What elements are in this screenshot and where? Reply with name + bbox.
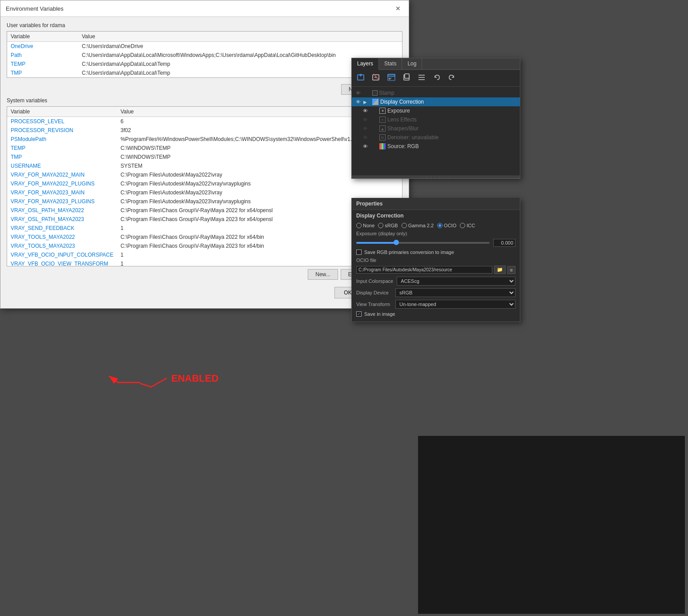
- table-row[interactable]: PROCESSOR_REVISION3f02: [7, 126, 402, 135]
- properties-panel: Properties Display Correction None sRGB …: [351, 198, 520, 322]
- list-item[interactable]: 👁 ☀ Exposure: [359, 106, 520, 115]
- display-device-select[interactable]: sRGB: [395, 288, 515, 297]
- annotation-arrow2: [140, 378, 167, 387]
- radio-ocio[interactable]: OCIO: [437, 223, 456, 228]
- table-row[interactable]: VRAY_FOR_MAYA2022_PLUGINSC:\Program File…: [7, 179, 402, 188]
- list-item[interactable]: 👁 D Denoiser: unavailable: [359, 133, 520, 142]
- radio-none[interactable]: None: [356, 223, 374, 228]
- exposure-label-row: Exposure (display only): [352, 229, 520, 238]
- var-cell: TEMP: [7, 60, 78, 68]
- ocio-file-label: OCIO file: [356, 258, 383, 263]
- radio-icc[interactable]: ICC: [460, 223, 475, 228]
- table-row[interactable]: VRAY_SEND_FEEDBACK1: [7, 224, 402, 233]
- radio-label-gamma: Gamma 2.2: [408, 223, 434, 228]
- exposure-value-input[interactable]: [493, 239, 515, 247]
- expand-arrow-icon[interactable]: ▶: [363, 100, 370, 105]
- layer-copy-button[interactable]: [400, 72, 413, 85]
- list-item[interactable]: 👁 + Lens Effects: [359, 115, 520, 124]
- eye-icon[interactable]: 👁: [362, 107, 369, 114]
- table-row[interactable]: TEMPC:\WINDOWS\TEMP: [7, 144, 402, 153]
- eye-icon[interactable]: 👁: [362, 116, 369, 123]
- radio-dot-none[interactable]: [356, 223, 362, 228]
- table-row[interactable]: TMPC:\Users\rdama\AppData\Local\Temp: [7, 68, 402, 77]
- close-button[interactable]: ✕: [393, 4, 403, 13]
- user-var-header: Variable: [7, 32, 78, 42]
- table-row[interactable]: VRAY_VFB_OCIO_VIEW_TRANSFORM1: [7, 259, 402, 266]
- slider-thumb[interactable]: [394, 240, 399, 245]
- eye-icon[interactable]: 👁: [362, 125, 369, 132]
- table-row[interactable]: USERNAMESYSTEM: [7, 161, 402, 170]
- input-colorspace-select[interactable]: ACEScg: [397, 277, 515, 286]
- table-row[interactable]: VRAY_TOOLS_MAYA2022C:\Program Files\Chao…: [7, 233, 402, 242]
- layer-list-button[interactable]: [415, 72, 428, 85]
- ocio-browse-button[interactable]: 📁: [494, 266, 506, 274]
- user-vars-table-container: Variable Value OneDriveC:\Users\rdama\On…: [7, 31, 402, 78]
- var-cell: VRAY_FOR_MAYA2022_MAIN: [7, 170, 117, 179]
- tab-stats[interactable]: Stats: [379, 58, 402, 69]
- add-layer-icon: [357, 73, 365, 81]
- layer-undo-button[interactable]: [430, 72, 443, 85]
- list-item[interactable]: 👁 Stamp: [352, 89, 520, 97]
- ocio-path-input[interactable]: [356, 266, 492, 274]
- table-row[interactable]: VRAY_FOR_MAYA2023_MAINC:\Program Files\A…: [7, 188, 402, 197]
- table-row[interactable]: PathC:\Users\rdama\AppData\Local\Microso…: [7, 51, 402, 60]
- table-row[interactable]: PSModulePath%ProgramFiles%\WindowsPowerS…: [7, 135, 402, 144]
- radio-dot-srgb[interactable]: [378, 223, 383, 228]
- table-row[interactable]: VRAY_FOR_MAYA2022_MAINC:\Program Files\A…: [7, 170, 402, 179]
- radio-srgb[interactable]: sRGB: [378, 223, 398, 228]
- system-section-label: System variables: [7, 97, 402, 104]
- view-transform-select[interactable]: Un-tone-mapped: [395, 300, 515, 309]
- eye-icon[interactable]: 👁: [362, 134, 369, 141]
- resize-handle[interactable]: · · · · · · ·: [352, 176, 520, 178]
- svg-rect-8: [388, 74, 395, 76]
- radio-dot-gamma[interactable]: [402, 223, 407, 228]
- list-item[interactable]: 👁 ▲ Sharpen/Blur: [359, 124, 520, 133]
- var-cell: VRAY_VFB_OCIO_INPUT_COLORSPACE: [7, 250, 117, 259]
- val-cell: C:\Program Files\Autodesk\Maya2023\vray: [117, 188, 402, 197]
- save-in-image-checkbox[interactable]: [356, 311, 362, 317]
- exposure-slider-track[interactable]: [356, 242, 490, 244]
- radio-dot-icc[interactable]: [460, 223, 465, 228]
- eye-icon[interactable]: 👁: [354, 98, 362, 105]
- layer-settings-button[interactable]: [385, 72, 398, 85]
- eye-icon[interactable]: 👁: [354, 89, 362, 97]
- eye-icon[interactable]: 👁: [362, 143, 369, 150]
- remove-layer-icon: [372, 73, 380, 81]
- list-item[interactable]: 👁 ▶ Display Correction: [352, 97, 520, 106]
- table-row[interactable]: VRAY_OSL_PATH_MAYA2023C:\Program Files\C…: [7, 215, 402, 224]
- radio-label-none: None: [363, 223, 374, 228]
- layer-checkbox[interactable]: [372, 90, 378, 96]
- radio-dot-ocio[interactable]: [437, 223, 443, 228]
- system-new-button[interactable]: New...: [308, 269, 338, 280]
- radio-gamma[interactable]: Gamma 2.2: [402, 223, 434, 228]
- table-row[interactable]: OneDriveC:\Users\rdama\OneDrive: [7, 42, 402, 51]
- view-transform-row: View Transform Un-tone-mapped: [352, 298, 520, 310]
- add-layer-button[interactable]: [354, 72, 368, 85]
- var-cell: Path: [7, 51, 78, 60]
- layer-name: Stamp: [379, 90, 517, 96]
- list-item[interactable]: 👁 Source: RGB: [359, 142, 520, 151]
- layer-redo-button[interactable]: [445, 72, 459, 85]
- table-row[interactable]: TEMPC:\Users\rdama\AppData\Local\Temp: [7, 60, 402, 68]
- env-variables-dialog: Environment Variables ✕ User variables f…: [0, 0, 409, 309]
- sys-var-header: Variable: [7, 107, 117, 117]
- layer-name: Exposure: [387, 108, 517, 114]
- resize-dots: · · · · · · ·: [422, 175, 450, 180]
- table-row[interactable]: PROCESSOR_LEVEL6: [7, 117, 402, 126]
- tab-layers[interactable]: Layers: [352, 58, 379, 70]
- var-cell: PSModulePath: [7, 135, 117, 144]
- table-row[interactable]: VRAY_FOR_MAYA2023_PLUGINSC:\Program File…: [7, 197, 402, 206]
- layer-name: Display Correction: [380, 99, 517, 105]
- table-row[interactable]: VRAY_VFB_OCIO_INPUT_COLORSPACE1: [7, 250, 402, 259]
- remove-layer-button[interactable]: [370, 72, 383, 85]
- table-row[interactable]: VRAY_TOOLS_MAYA2023C:\Program Files\Chao…: [7, 242, 402, 250]
- system-vars-table-container[interactable]: Variable Value PROCESSOR_LEVEL6PROCESSOR…: [7, 106, 402, 266]
- ocio-list-button[interactable]: ≡: [507, 266, 515, 274]
- save-rgb-checkbox[interactable]: [356, 250, 362, 255]
- var-cell: TEMP: [7, 144, 117, 153]
- tab-log[interactable]: Log: [402, 58, 422, 69]
- table-row[interactable]: VRAY_OSL_PATH_MAYA2022C:\Program Files\C…: [7, 206, 402, 215]
- table-row[interactable]: TMPC:\WINDOWS\TEMP: [7, 153, 402, 161]
- annotation-text: ENABLED: [171, 373, 218, 384]
- user-btn-row: New... Edit...: [7, 81, 402, 97]
